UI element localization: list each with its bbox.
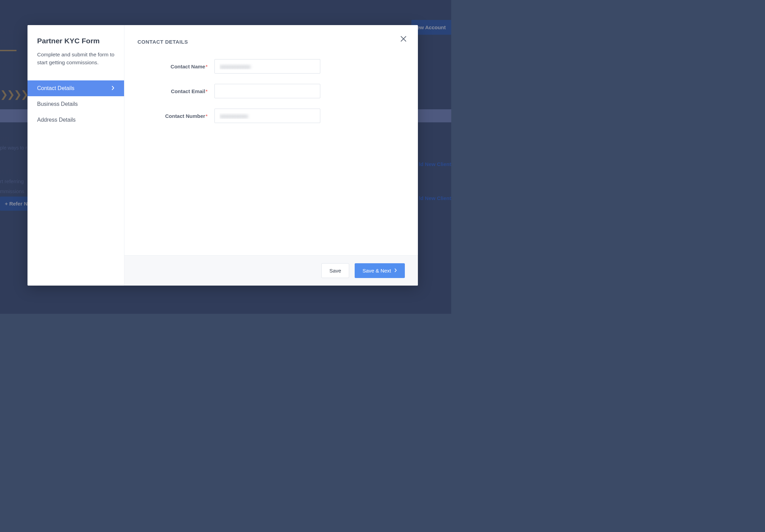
form-row-contact-name: Contact Name* — [137, 59, 405, 74]
label-text: Contact Number — [165, 113, 205, 119]
label-text: Contact Name — [170, 64, 205, 69]
required-asterisk: * — [206, 64, 208, 69]
required-asterisk: * — [206, 113, 208, 119]
button-label: Save — [329, 268, 341, 274]
sidebar-header: Partner KYC Form Complete and submit the… — [27, 25, 124, 76]
contact-email-label: Contact Email* — [137, 88, 214, 94]
form-row-contact-email: Contact Email* — [137, 84, 405, 98]
chevron-right-icon — [395, 268, 397, 273]
nav-item-label: Business Details — [37, 101, 78, 107]
button-label: Save & Next — [363, 268, 391, 274]
save-button[interactable]: Save — [321, 263, 349, 278]
modal-main: CONTACT DETAILS Contact Name* Contact Em… — [124, 25, 418, 286]
contact-name-input[interactable] — [214, 59, 320, 74]
save-next-button[interactable]: Save & Next — [355, 263, 405, 278]
label-text: Contact Email — [171, 88, 205, 94]
close-button[interactable] — [399, 35, 408, 43]
nav-contact-details[interactable]: Contact Details — [27, 80, 124, 96]
kyc-modal: Partner KYC Form Complete and submit the… — [27, 25, 418, 286]
modal-footer: Save Save & Next — [124, 255, 418, 286]
contact-number-label: Contact Number* — [137, 113, 214, 119]
nav-address-details[interactable]: Address Details — [27, 112, 124, 128]
modal-body: CONTACT DETAILS Contact Name* Contact Em… — [124, 25, 418, 255]
sidebar-title: Partner KYC Form — [37, 37, 114, 45]
nav-business-details[interactable]: Business Details — [27, 96, 124, 112]
required-asterisk: * — [206, 88, 208, 94]
close-icon — [399, 35, 408, 43]
contact-number-input[interactable] — [214, 109, 320, 123]
contact-name-label: Contact Name* — [137, 64, 214, 69]
sidebar-description: Complete and submit the form to start ge… — [37, 51, 114, 67]
nav-item-label: Contact Details — [37, 85, 75, 91]
modal-sidebar: Partner KYC Form Complete and submit the… — [27, 25, 124, 286]
sidebar-nav: Contact Details Business Details Address… — [27, 80, 124, 128]
chevron-right-icon — [112, 86, 114, 91]
form-row-contact-number: Contact Number* — [137, 109, 405, 123]
contact-email-input[interactable] — [214, 84, 320, 98]
nav-item-label: Address Details — [37, 117, 76, 123]
section-title: CONTACT DETAILS — [137, 39, 405, 45]
contact-form: Contact Name* Contact Email* Contact Num… — [137, 59, 405, 123]
